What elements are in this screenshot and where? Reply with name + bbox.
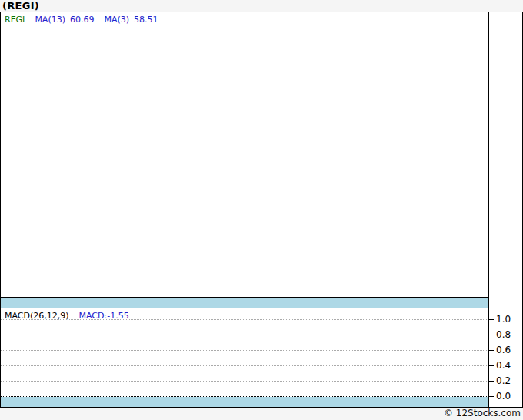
legend-ma13-label: MA(13) bbox=[35, 15, 65, 25]
macd-axis-tick bbox=[488, 350, 494, 351]
stock-chart-page: { "page": { "title": "(REGI)", "copyrigh… bbox=[0, 0, 523, 420]
legend-ma3-value: 58.51 bbox=[134, 15, 158, 25]
page-title: (REGI) bbox=[2, 0, 39, 12]
macd-axis-tick bbox=[488, 396, 494, 397]
chart-block: REGIMA(13)60.69MA(3)58.51 MACD(26,12,9)M… bbox=[0, 12, 523, 408]
date-axis-strip-lower bbox=[1, 397, 488, 407]
main-chart-legend: REGIMA(13)60.69MA(3)58.51 bbox=[5, 15, 158, 25]
macd-panel-top-border bbox=[1, 308, 522, 308]
macd-axis-label: 0.2 bbox=[496, 375, 511, 386]
macd-gridline bbox=[1, 335, 488, 335]
legend-symbol: REGI bbox=[5, 15, 25, 25]
axis-gutter-divider bbox=[488, 12, 489, 407]
macd-gridline bbox=[1, 350, 488, 351]
macd-axis-label: 0.6 bbox=[496, 345, 511, 355]
macd-gridline bbox=[1, 365, 488, 366]
macd-axis-tick bbox=[488, 319, 494, 320]
macd-gridline bbox=[1, 319, 488, 320]
legend-ma3-label: MA(3) bbox=[104, 15, 129, 25]
copyright-text: © 12Stocks.com bbox=[444, 408, 521, 418]
macd-gridline bbox=[1, 381, 488, 382]
macd-zero-gridline bbox=[1, 396, 488, 397]
macd-axis-label: 0.0 bbox=[496, 391, 511, 402]
date-axis-strip-upper bbox=[1, 298, 488, 308]
macd-axis-label: 1.0 bbox=[496, 314, 511, 325]
macd-axis-tick bbox=[488, 365, 494, 366]
macd-axis-label: 0.4 bbox=[496, 360, 511, 371]
macd-axis-tick bbox=[488, 335, 494, 335]
macd-axis-label: 0.8 bbox=[496, 329, 511, 340]
macd-axis-tick bbox=[488, 381, 494, 382]
legend-ma13-value: 60.69 bbox=[70, 15, 95, 25]
